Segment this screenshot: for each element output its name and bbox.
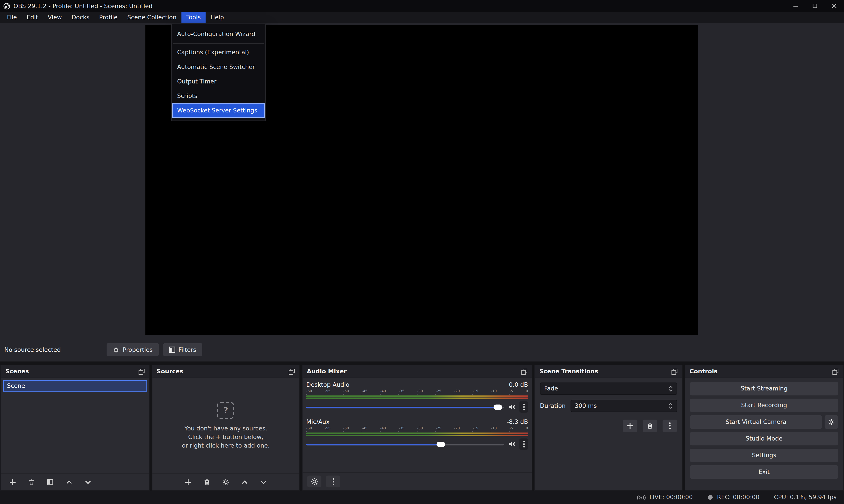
sources-panel-header: Sources bbox=[152, 365, 299, 378]
move-scene-up-button[interactable] bbox=[64, 476, 74, 487]
cpu-stats: CPU: 0.1%, 59.94 fps bbox=[774, 494, 836, 501]
menu-scene-collection[interactable]: Scene Collection bbox=[122, 12, 181, 23]
audio-mixer-header: Audio Mixer bbox=[303, 365, 532, 378]
sources-list[interactable]: ? You don't have any sources. Click the … bbox=[152, 378, 299, 473]
audio-mixer-panel: Audio Mixer Desktop Audio 0.0 dB -60-55-… bbox=[302, 365, 532, 491]
source-properties-button[interactable] bbox=[221, 476, 231, 487]
speaker-icon[interactable] bbox=[508, 403, 516, 411]
remove-source-button[interactable] bbox=[201, 476, 212, 487]
move-source-down-button[interactable] bbox=[258, 476, 269, 487]
duration-label: Duration bbox=[540, 402, 566, 409]
scene-transitions-body: Fade Duration 300 ms bbox=[535, 378, 682, 490]
filters-button[interactable]: Filters bbox=[163, 343, 202, 356]
volume-meter bbox=[306, 395, 528, 397]
exit-button[interactable]: Exit bbox=[690, 465, 838, 479]
gear-icon bbox=[828, 418, 835, 426]
window-title: OBS 29.1.2 - Profile: Untitled - Scenes:… bbox=[13, 2, 153, 10]
remove-transition-button[interactable] bbox=[643, 420, 657, 432]
add-scene-button[interactable] bbox=[7, 476, 18, 487]
tools-menu-auto-config[interactable]: Auto-Configuration Wizard bbox=[172, 27, 265, 41]
spinbox-arrows-icon[interactable] bbox=[668, 403, 673, 409]
tools-dropdown-menu: Auto-Configuration Wizard Captions (Expe… bbox=[171, 24, 266, 121]
scenes-panel-title: Scenes bbox=[5, 368, 29, 375]
popout-icon[interactable] bbox=[671, 368, 678, 375]
start-virtual-camera-button[interactable]: Start Virtual Camera bbox=[690, 415, 822, 429]
slider-handle[interactable] bbox=[494, 404, 502, 410]
start-streaming-button[interactable]: Start Streaming bbox=[690, 382, 838, 395]
chevron-down-icon bbox=[84, 479, 91, 486]
menu-docks[interactable]: Docks bbox=[67, 12, 94, 23]
close-button[interactable] bbox=[825, 0, 844, 12]
menu-file[interactable]: File bbox=[2, 12, 22, 23]
settings-button[interactable]: Settings bbox=[690, 449, 838, 462]
popout-icon[interactable] bbox=[521, 368, 527, 375]
speaker-icon[interactable] bbox=[508, 440, 516, 448]
obs-window: OBS 29.1.2 - Profile: Untitled - Scenes:… bbox=[0, 0, 844, 504]
menu-profile[interactable]: Profile bbox=[94, 12, 122, 23]
advanced-audio-properties-button[interactable] bbox=[307, 475, 321, 487]
popout-icon[interactable] bbox=[288, 368, 295, 375]
start-recording-button[interactable]: Start Recording bbox=[690, 399, 838, 412]
slider-handle[interactable] bbox=[436, 442, 445, 447]
filters-icon bbox=[47, 479, 53, 485]
tools-menu-output-timer[interactable]: Output Timer bbox=[172, 74, 265, 89]
window-controls bbox=[786, 0, 844, 12]
add-source-button[interactable] bbox=[183, 476, 194, 487]
menu-edit[interactable]: Edit bbox=[22, 12, 43, 23]
audio-mixer-title: Audio Mixer bbox=[307, 368, 347, 375]
scenes-panel: Scenes Scene bbox=[0, 365, 150, 491]
menu-help[interactable]: Help bbox=[206, 12, 229, 23]
add-transition-button[interactable] bbox=[623, 420, 637, 432]
properties-label: Properties bbox=[123, 346, 153, 353]
move-scene-down-button[interactable] bbox=[83, 476, 93, 487]
plus-icon bbox=[9, 479, 16, 486]
obs-logo-icon bbox=[3, 2, 10, 10]
mixer-options-button[interactable] bbox=[326, 475, 340, 487]
tools-menu-scripts[interactable]: Scripts bbox=[172, 89, 265, 103]
duration-spinbox[interactable]: 300 ms bbox=[570, 400, 677, 412]
gear-icon bbox=[112, 346, 120, 353]
tools-menu-scene-switcher[interactable]: Automatic Scene Switcher bbox=[172, 60, 265, 74]
move-source-up-button[interactable] bbox=[239, 476, 250, 487]
volume-slider[interactable] bbox=[306, 403, 504, 410]
studio-mode-button[interactable]: Studio Mode bbox=[690, 432, 838, 445]
filters-icon bbox=[169, 346, 175, 353]
kebab-icon bbox=[669, 422, 671, 429]
scene-filters-button[interactable] bbox=[45, 476, 55, 487]
source-status-label: No source selected bbox=[4, 346, 102, 353]
advanced-audio-icon bbox=[311, 478, 318, 485]
remove-scene-button[interactable] bbox=[26, 476, 37, 487]
channel-options-button[interactable] bbox=[520, 438, 528, 450]
transition-options-button[interactable] bbox=[663, 420, 677, 432]
close-icon bbox=[832, 3, 837, 8]
sources-panel: Sources ? You don't have any sources. Cl… bbox=[152, 365, 300, 491]
source-toolbar: No source selected Properties Filters bbox=[0, 338, 844, 361]
tools-menu-websocket-settings[interactable]: WebSocket Server Settings bbox=[172, 103, 265, 118]
controls-header: Controls bbox=[685, 365, 843, 378]
popout-icon[interactable] bbox=[832, 368, 839, 375]
transition-select[interactable]: Fade bbox=[540, 382, 677, 395]
minimize-button[interactable] bbox=[786, 0, 805, 12]
controls-body: Start Streaming Start Recording Start Vi… bbox=[685, 378, 843, 490]
tools-menu-captions[interactable]: Captions (Experimental) bbox=[172, 45, 265, 60]
maximize-button[interactable] bbox=[805, 0, 825, 12]
menu-view[interactable]: View bbox=[43, 12, 67, 23]
volume-slider[interactable] bbox=[306, 441, 504, 447]
meter-tick-labels: -60-55-50-45-40-35-30-25-20-15-10-50 bbox=[306, 426, 528, 430]
channel-options-button[interactable] bbox=[520, 401, 528, 412]
minimize-icon bbox=[793, 3, 798, 8]
sources-empty-line: You don't have any sources. bbox=[182, 424, 270, 433]
scene-transitions-panel: Scene Transitions Fade Duration 300 ms bbox=[534, 365, 683, 491]
scene-list-item[interactable]: Scene bbox=[3, 380, 147, 392]
scenes-toolbar bbox=[1, 473, 149, 490]
preview-region: Auto-Configuration Wizard Captions (Expe… bbox=[0, 23, 844, 338]
chevron-down-icon bbox=[260, 479, 267, 486]
broadcast-icon bbox=[637, 494, 646, 501]
menu-bar: File Edit View Docks Profile Scene Colle… bbox=[0, 12, 844, 23]
sources-toolbar bbox=[152, 473, 299, 490]
virtual-camera-settings-button[interactable] bbox=[825, 415, 838, 429]
live-status: LIVE: 00:00:00 bbox=[637, 494, 693, 501]
properties-button[interactable]: Properties bbox=[107, 343, 159, 356]
popout-icon[interactable] bbox=[138, 368, 145, 375]
menu-tools[interactable]: Tools bbox=[181, 12, 206, 23]
